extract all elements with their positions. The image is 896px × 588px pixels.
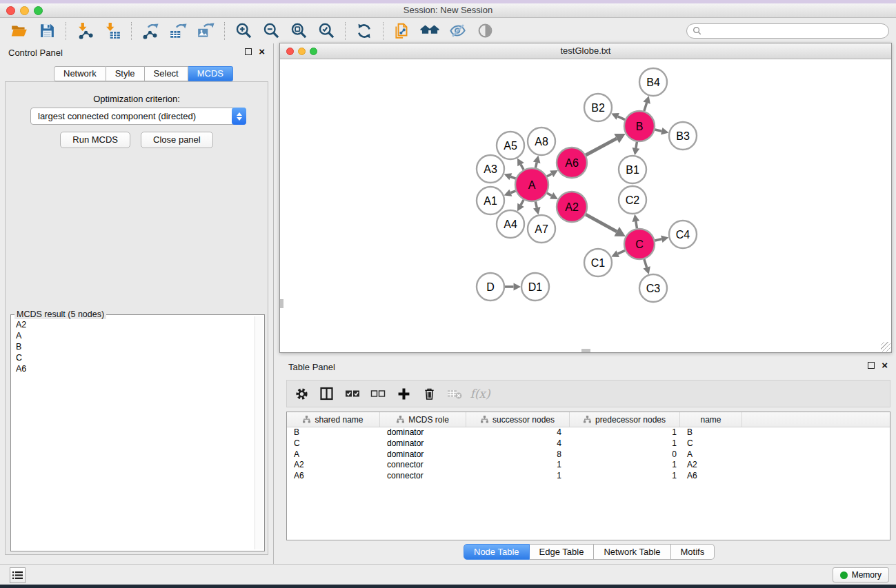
select-all-columns-icon[interactable] xyxy=(345,385,360,402)
table-row[interactable]: A6connector11A6 xyxy=(287,471,890,482)
mcds-result-item[interactable]: B xyxy=(12,341,254,352)
optimization-criterion-select[interactable]: largest connected component (directed) xyxy=(30,108,246,125)
apply-layout-icon[interactable] xyxy=(353,21,375,41)
tab-style[interactable]: Style xyxy=(106,66,145,81)
column-header-shared-name[interactable]: shared name xyxy=(287,412,380,427)
edge-C-C3[interactable] xyxy=(644,259,647,267)
float-panel-icon[interactable] xyxy=(245,48,252,55)
network-view-window: testGlobe.txt AA6A2BCA1A3A4A5A7A8B1B2B3B… xyxy=(279,43,892,353)
network-window-titlebar[interactable]: testGlobe.txt xyxy=(280,43,891,59)
import-table-icon[interactable] xyxy=(101,21,123,41)
close-panel-icon[interactable]: × xyxy=(259,48,265,55)
split-view-icon[interactable] xyxy=(319,385,335,402)
edge-A-A1[interactable] xyxy=(510,191,515,193)
close-panel-button[interactable]: Close panel xyxy=(141,132,213,148)
edge-A-A7[interactable] xyxy=(535,201,537,207)
column-header-successor-nodes[interactable]: successor nodes xyxy=(466,412,570,427)
vertical-scrollbar-thumb[interactable] xyxy=(280,299,283,308)
table-row[interactable]: Adominator80A xyxy=(287,449,890,460)
zoom-in-icon[interactable] xyxy=(232,21,255,41)
status-bar: Memory xyxy=(0,564,896,585)
edge-A-A3[interactable] xyxy=(510,176,515,179)
column-header-name[interactable]: name xyxy=(680,412,742,427)
zoom-network-window-button[interactable] xyxy=(310,48,317,55)
mcds-result-item[interactable]: A6 xyxy=(12,363,254,374)
app-titlebar[interactable]: Session: New Session xyxy=(0,3,896,18)
delete-table-icon[interactable] xyxy=(447,385,462,402)
edge-C-C4[interactable] xyxy=(655,239,661,241)
column-header-predecessor-nodes[interactable]: predecessor nodes xyxy=(570,412,680,427)
close-table-panel-icon[interactable]: × xyxy=(882,362,888,369)
minimize-network-window-button[interactable] xyxy=(298,48,306,55)
tab-network-table[interactable]: Network Table xyxy=(594,544,670,560)
network-canvas[interactable]: AA6A2BCA1A3A4A5A7A8B1B2B3B4C1C2C3C4DD1 xyxy=(280,59,891,352)
tab-node-table[interactable]: Node Table xyxy=(464,544,530,560)
app-window: Session: New Session xyxy=(0,3,896,585)
resize-grip-icon[interactable] xyxy=(881,342,890,352)
edge-A6-B[interactable] xyxy=(586,139,617,155)
close-window-button[interactable] xyxy=(6,6,15,15)
scrollbar-track[interactable] xyxy=(255,316,263,549)
column-header-MCDS-role[interactable]: MCDS role xyxy=(380,412,466,427)
show-all-icon[interactable] xyxy=(474,21,496,41)
zoom-window-button[interactable] xyxy=(34,6,43,15)
cell-name: A6 xyxy=(680,471,742,482)
mcds-result-item[interactable]: C xyxy=(12,352,254,363)
tab-select[interactable]: Select xyxy=(145,66,188,81)
export-image-icon[interactable] xyxy=(195,21,217,41)
memory-label: Memory xyxy=(852,570,882,580)
task-history-button[interactable] xyxy=(10,567,26,583)
show-hide-panels-icon[interactable] xyxy=(419,21,441,41)
zoom-out-icon[interactable] xyxy=(260,21,282,41)
save-session-icon[interactable] xyxy=(36,21,58,41)
edge-A-A6[interactable] xyxy=(547,174,552,176)
edge-B-B3[interactable] xyxy=(655,130,661,131)
settings-gear-icon[interactable] xyxy=(294,385,309,402)
table-toolbar: f(x) xyxy=(286,380,890,407)
unselect-all-columns-icon[interactable] xyxy=(370,385,386,402)
mcds-result-item[interactable]: A2 xyxy=(12,319,254,330)
tab-mcds[interactable]: MCDS xyxy=(188,66,233,81)
search-box[interactable] xyxy=(686,23,889,39)
edge-A2-C[interactable] xyxy=(586,214,617,232)
table-row[interactable]: Cdominator41C xyxy=(287,438,890,449)
run-mcds-button[interactable]: Run MCDS xyxy=(60,132,130,148)
edge-B-B4[interactable] xyxy=(644,103,647,111)
network-graph[interactable]: AA6A2BCA1A3A4A5A7A8B1B2B3B4C1C2C3C4DD1 xyxy=(280,59,891,352)
table-row[interactable]: A2connector11A2 xyxy=(287,460,890,471)
import-network-icon[interactable] xyxy=(74,21,96,41)
zoom-selected-icon[interactable] xyxy=(315,21,337,41)
delete-column-trash-icon[interactable] xyxy=(421,385,437,402)
open-session-icon[interactable] xyxy=(8,21,30,41)
network-overview-icon[interactable] xyxy=(391,21,413,41)
edge-B-B2[interactable] xyxy=(618,116,625,120)
add-column-icon[interactable] xyxy=(396,385,411,402)
edge-B-B1[interactable] xyxy=(636,142,637,148)
search-input[interactable] xyxy=(705,26,883,36)
close-network-window-button[interactable] xyxy=(286,48,294,55)
node-table: shared nameMCDS rolesuccessor nodesprede… xyxy=(286,412,890,540)
edge-A-A8[interactable] xyxy=(535,163,537,168)
tab-network[interactable]: Network xyxy=(54,66,106,81)
mcds-result-item[interactable]: A xyxy=(12,330,254,341)
tab-edge-table[interactable]: Edge Table xyxy=(530,544,595,560)
function-builder-icon[interactable]: f(x) xyxy=(472,385,488,402)
table-row[interactable]: Bdominator41B xyxy=(287,427,890,438)
tab-motifs[interactable]: Motifs xyxy=(671,544,715,560)
main-toolbar xyxy=(0,18,896,43)
export-network-icon[interactable] xyxy=(139,21,161,41)
memory-button[interactable]: Memory xyxy=(833,567,889,582)
memory-status-icon xyxy=(840,571,848,579)
export-table-icon[interactable] xyxy=(167,21,189,41)
edge-C-C1[interactable] xyxy=(618,250,625,254)
edge-C-C2[interactable] xyxy=(636,221,637,228)
hide-selected-icon[interactable] xyxy=(446,21,468,41)
zoom-fit-icon[interactable] xyxy=(288,21,310,41)
horizontal-scrollbar-thumb[interactable] xyxy=(581,349,590,352)
float-table-panel-icon[interactable] xyxy=(868,362,875,369)
edge-A-A2[interactable] xyxy=(547,193,552,196)
edge-A-A4[interactable] xyxy=(521,200,524,205)
optimization-criterion-label: Optimization criterion: xyxy=(6,94,268,104)
minimize-window-button[interactable] xyxy=(20,6,29,15)
edge-A-A5[interactable] xyxy=(521,165,524,170)
